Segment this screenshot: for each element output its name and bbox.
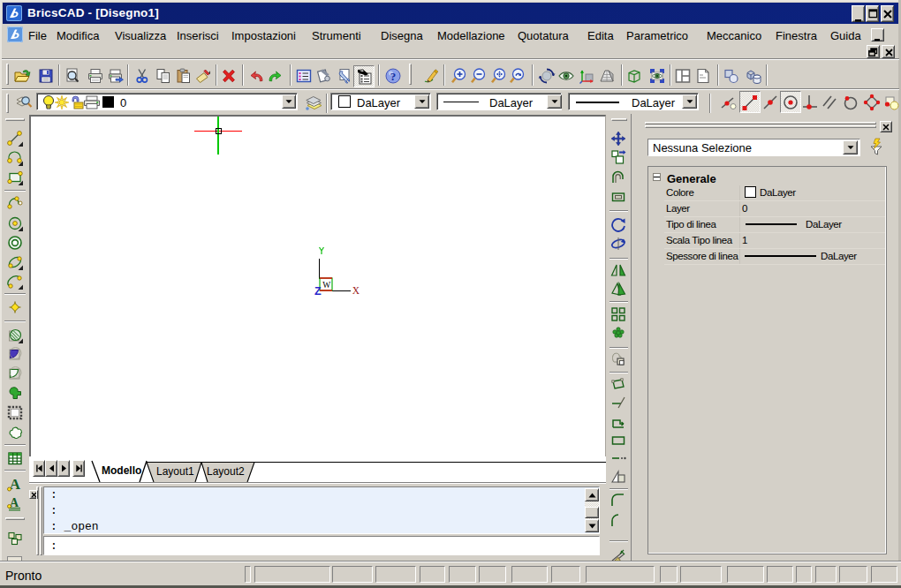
svg-text:W: W — [322, 281, 330, 290]
svg-text:?: ? — [390, 70, 396, 83]
svg-text:Z: Z — [314, 285, 322, 297]
svg-text:A: A — [9, 476, 20, 493]
svg-text:X: X — [352, 285, 360, 296]
